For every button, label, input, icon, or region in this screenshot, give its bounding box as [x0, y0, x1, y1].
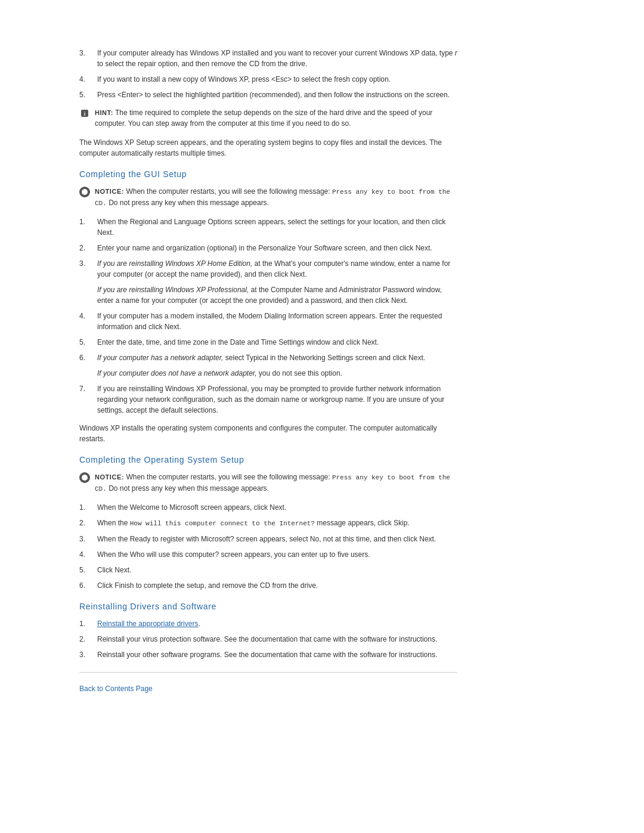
item-num: 1. — [79, 502, 97, 513]
item-after: select Typical in the Networking Setting… — [223, 354, 425, 362]
gui-setup-heading: Completing the GUI Setup — [79, 169, 457, 179]
gui-item-5: 5. Enter the date, time, and time zone i… — [79, 337, 457, 348]
gui-item-6: 6. If your computer has a network adapte… — [79, 352, 457, 363]
gui-setup-list: 1. When the Regional and Language Option… — [79, 216, 457, 416]
gui-item-6b: If your computer does not have a network… — [79, 368, 457, 379]
hint-label: HINT: — [95, 109, 113, 116]
item-num: 5. — [79, 89, 97, 100]
item-content: Enter the date, time, and time zone in t… — [97, 337, 457, 348]
gui-footer: Windows XP installs the operating system… — [79, 423, 457, 444]
item-content: When the Ready to register with Microsof… — [97, 534, 457, 544]
item-num: 4. — [79, 311, 97, 332]
os-item-4: 4. When the Who will use this computer? … — [79, 549, 457, 560]
intro-list: 3. If your computer already has Windows … — [79, 48, 457, 100]
os-item-6: 6. Click Finish to complete the setup, a… — [79, 580, 457, 591]
gui-item-4: 4. If your computer has a modem installe… — [79, 311, 457, 332]
notice-icon — [79, 187, 90, 197]
item-num: 6. — [79, 580, 97, 591]
item-content: Enter your name and organization (option… — [97, 243, 457, 253]
os-item-2: 2. When the How will this computer conne… — [79, 518, 457, 529]
os-notice-before: When the computer restarts, you will see… — [126, 473, 332, 481]
gui-notice-text: NOTICE: When the computer restarts, you … — [95, 186, 457, 208]
item-italic: If you are reinstalling Windows XP Profe… — [97, 286, 249, 294]
item-content: Reinstall your other software programs. … — [97, 649, 457, 660]
item-num: 7. — [79, 383, 97, 416]
os-notice-text: NOTICE: When the computer restarts, you … — [95, 472, 457, 494]
item-content: When the Regional and Language Options s… — [97, 216, 457, 238]
gui-item-7: 7. If you are reinstalling Windows XP Pr… — [79, 383, 457, 416]
intro-item-3: 3. If your computer already has Windows … — [79, 48, 457, 69]
hint-text: HINT: The time required to complete the … — [95, 107, 457, 129]
item-after: . — [198, 620, 200, 628]
os-notice-box: NOTICE: When the computer restarts, you … — [79, 472, 457, 494]
notice-icon-inner — [82, 475, 88, 481]
item-num: 4. — [79, 549, 97, 560]
setup-paragraph: The Windows XP Setup screen appears, and… — [79, 137, 457, 159]
item-num: 3. — [79, 48, 97, 69]
item-content: Press <Enter> to select the highlighted … — [97, 89, 457, 100]
item-content: If your computer does not have a network… — [97, 368, 457, 379]
item-num — [79, 368, 97, 379]
item-content: When the Welcome to Microsoft screen app… — [97, 502, 457, 513]
item-content: If you want to install a new copy of Win… — [97, 74, 457, 85]
gui-notice-after: Do not press any key when this message a… — [107, 199, 269, 207]
os-notice-after: Do not press any key when this message a… — [107, 484, 269, 493]
item-after: you do not see this option. — [257, 369, 342, 377]
item-content: If your computer already has Windows XP … — [97, 48, 457, 69]
divider — [79, 672, 457, 673]
gui-notice-before: When the computer restarts, you will see… — [126, 187, 332, 196]
intro-item-4: 4. If you want to install a new copy of … — [79, 74, 457, 85]
item-num: 2. — [79, 518, 97, 529]
item-content: If your computer has a network adapter, … — [97, 352, 457, 363]
item-italic: If you are reinstalling Windows XP Home … — [97, 259, 252, 268]
item-before: When the — [97, 519, 130, 527]
back-to-contents-link[interactable]: Back to Contents Page — [79, 685, 153, 693]
item-content: If you are reinstalling Windows XP Home … — [97, 258, 457, 280]
item-num: 1. — [79, 618, 97, 629]
hint-box: i HINT: The time required to complete th… — [79, 107, 457, 129]
item-content: If you are reinstalling Windows XP Profe… — [97, 284, 457, 306]
item-content: If your computer has a modem installed, … — [97, 311, 457, 332]
os-item-5: 5. Click Next. — [79, 565, 457, 575]
reinstalling-heading: Reinstalling Drivers and Software — [79, 602, 457, 611]
item-content: Click Next. — [97, 565, 457, 575]
os-setup-heading: Completing the Operating System Setup — [79, 455, 457, 465]
os-notice-label: NOTICE: — [95, 473, 124, 481]
reinstalling-item-3: 3. Reinstall your other software program… — [79, 649, 457, 660]
item-content: If you are reinstalling Windows XP Profe… — [97, 383, 457, 416]
gui-item-1: 1. When the Regional and Language Option… — [79, 216, 457, 238]
notice-icon — [79, 472, 90, 483]
item-num: 3. — [79, 649, 97, 660]
gui-item-2: 2. Enter your name and organization (opt… — [79, 243, 457, 253]
item-num: 6. — [79, 352, 97, 363]
item-num: 5. — [79, 337, 97, 348]
item-content: Reinstall the appropriate drivers. — [97, 618, 457, 629]
os-item-3: 3. When the Ready to register with Micro… — [79, 534, 457, 544]
page-container: 3. If your computer already has Windows … — [0, 0, 537, 741]
item-italic: If your computer does not have a network… — [97, 369, 257, 377]
os-setup-list: 1. When the Welcome to Microsoft screen … — [79, 502, 457, 591]
reinstalling-item-1: 1. Reinstall the appropriate drivers. — [79, 618, 457, 629]
notice-icon-inner — [82, 189, 88, 195]
item-num: 1. — [79, 216, 97, 238]
item-num: 3. — [79, 534, 97, 544]
hint-icon: i — [79, 108, 90, 119]
item-content: When the How will this computer connect … — [97, 518, 457, 529]
item-num: 2. — [79, 243, 97, 253]
gui-notice-label: NOTICE: — [95, 188, 124, 195]
reinstall-drivers-link[interactable]: Reinstall the appropriate drivers — [97, 620, 198, 628]
item-code: How will this computer connect to the In… — [130, 520, 315, 527]
item-num: 3. — [79, 258, 97, 280]
svg-text:i: i — [84, 111, 86, 117]
item-num: 4. — [79, 74, 97, 85]
item-content: Reinstall your virus protection software… — [97, 634, 457, 645]
hint-body: The time required to complete the setup … — [95, 109, 432, 128]
item-num: 5. — [79, 565, 97, 575]
item-content: Click Finish to complete the setup, and … — [97, 580, 457, 591]
item-num: 2. — [79, 634, 97, 645]
item-content: When the Who will use this computer? scr… — [97, 549, 457, 560]
item-italic: If your computer has a network adapter, — [97, 354, 223, 362]
intro-item-5: 5. Press <Enter> to select the highlight… — [79, 89, 457, 100]
reinstalling-list: 1. Reinstall the appropriate drivers. 2.… — [79, 618, 457, 660]
item-num — [79, 284, 97, 306]
